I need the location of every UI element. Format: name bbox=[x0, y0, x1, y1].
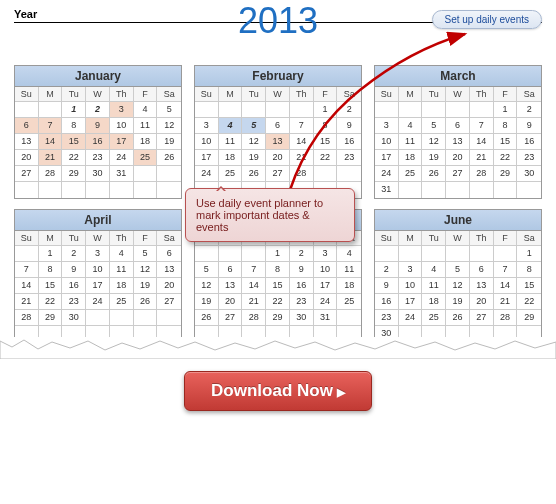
day-cell[interactable]: 23 bbox=[517, 150, 541, 166]
day-cell[interactable]: 15 bbox=[266, 278, 290, 294]
day-cell[interactable]: 13 bbox=[15, 134, 39, 150]
day-cell[interactable]: 6 bbox=[219, 262, 243, 278]
day-cell[interactable]: 8 bbox=[517, 262, 541, 278]
day-cell[interactable]: 1 bbox=[266, 246, 290, 262]
day-cell[interactable]: 4 bbox=[134, 102, 158, 118]
day-cell[interactable]: 5 bbox=[195, 262, 219, 278]
day-cell[interactable]: 8 bbox=[494, 118, 518, 134]
day-cell[interactable]: 8 bbox=[314, 118, 338, 134]
day-cell[interactable]: 15 bbox=[517, 278, 541, 294]
day-cell[interactable]: 3 bbox=[399, 262, 423, 278]
day-cell[interactable]: 15 bbox=[39, 278, 63, 294]
day-cell[interactable]: 19 bbox=[242, 150, 266, 166]
setup-daily-events-button[interactable]: Set up daily events bbox=[432, 10, 543, 29]
day-cell[interactable]: 29 bbox=[266, 310, 290, 326]
day-cell[interactable]: 15 bbox=[62, 134, 86, 150]
day-cell[interactable]: 26 bbox=[422, 166, 446, 182]
day-cell[interactable]: 1 bbox=[39, 246, 63, 262]
day-cell[interactable]: 25 bbox=[134, 150, 158, 166]
day-cell[interactable]: 14 bbox=[15, 278, 39, 294]
day-cell[interactable]: 7 bbox=[494, 262, 518, 278]
day-cell[interactable]: 17 bbox=[399, 294, 423, 310]
day-cell[interactable]: 29 bbox=[62, 166, 86, 182]
day-cell[interactable]: 27 bbox=[157, 294, 181, 310]
day-cell[interactable]: 1 bbox=[494, 102, 518, 118]
day-cell[interactable]: 22 bbox=[494, 150, 518, 166]
day-cell[interactable]: 22 bbox=[62, 150, 86, 166]
day-cell[interactable]: 3 bbox=[195, 118, 219, 134]
day-cell[interactable]: 28 bbox=[470, 166, 494, 182]
day-cell[interactable]: 17 bbox=[86, 278, 110, 294]
day-cell[interactable]: 13 bbox=[266, 134, 290, 150]
day-cell[interactable]: 18 bbox=[134, 134, 158, 150]
day-cell[interactable]: 13 bbox=[446, 134, 470, 150]
day-cell[interactable]: 23 bbox=[86, 150, 110, 166]
day-cell[interactable]: 21 bbox=[494, 294, 518, 310]
day-cell[interactable]: 12 bbox=[446, 278, 470, 294]
day-cell[interactable]: 7 bbox=[470, 118, 494, 134]
day-cell[interactable]: 12 bbox=[422, 134, 446, 150]
day-cell[interactable]: 26 bbox=[446, 310, 470, 326]
day-cell[interactable]: 20 bbox=[15, 150, 39, 166]
day-cell[interactable]: 7 bbox=[290, 118, 314, 134]
day-cell[interactable]: 6 bbox=[470, 262, 494, 278]
day-cell[interactable]: 20 bbox=[470, 294, 494, 310]
day-cell[interactable]: 20 bbox=[157, 278, 181, 294]
day-cell[interactable]: 6 bbox=[157, 246, 181, 262]
day-cell[interactable]: 24 bbox=[195, 166, 219, 182]
day-cell[interactable]: 12 bbox=[157, 118, 181, 134]
day-cell[interactable]: 11 bbox=[399, 134, 423, 150]
day-cell[interactable]: 16 bbox=[86, 134, 110, 150]
day-cell[interactable]: 28 bbox=[39, 166, 63, 182]
day-cell[interactable]: 28 bbox=[242, 310, 266, 326]
day-cell[interactable]: 25 bbox=[337, 294, 361, 310]
day-cell[interactable]: 8 bbox=[62, 118, 86, 134]
day-cell[interactable]: 1 bbox=[314, 102, 338, 118]
day-cell[interactable]: 18 bbox=[422, 294, 446, 310]
day-cell[interactable]: 5 bbox=[242, 118, 266, 134]
day-cell[interactable]: 13 bbox=[219, 278, 243, 294]
day-cell[interactable]: 11 bbox=[134, 118, 158, 134]
day-cell[interactable]: 14 bbox=[39, 134, 63, 150]
day-cell[interactable]: 24 bbox=[86, 294, 110, 310]
day-cell[interactable]: 29 bbox=[494, 166, 518, 182]
day-cell[interactable]: 28 bbox=[290, 166, 314, 182]
day-cell[interactable]: 10 bbox=[314, 262, 338, 278]
day-cell[interactable]: 24 bbox=[375, 166, 399, 182]
day-cell[interactable]: 25 bbox=[110, 294, 134, 310]
day-cell[interactable]: 11 bbox=[219, 134, 243, 150]
day-cell[interactable]: 18 bbox=[219, 150, 243, 166]
day-cell[interactable]: 8 bbox=[39, 262, 63, 278]
download-button[interactable]: Download Now▶ bbox=[184, 371, 372, 411]
day-cell[interactable]: 16 bbox=[337, 134, 361, 150]
day-cell[interactable]: 17 bbox=[314, 278, 338, 294]
day-cell[interactable]: 10 bbox=[86, 262, 110, 278]
day-cell[interactable]: 29 bbox=[39, 310, 63, 326]
day-cell[interactable]: 26 bbox=[134, 294, 158, 310]
day-cell[interactable]: 17 bbox=[195, 150, 219, 166]
day-cell[interactable]: 21 bbox=[39, 150, 63, 166]
day-cell[interactable]: 26 bbox=[195, 310, 219, 326]
day-cell[interactable]: 10 bbox=[110, 118, 134, 134]
day-cell[interactable]: 11 bbox=[422, 278, 446, 294]
day-cell[interactable]: 3 bbox=[86, 246, 110, 262]
day-cell[interactable]: 8 bbox=[266, 262, 290, 278]
day-cell[interactable]: 27 bbox=[219, 310, 243, 326]
day-cell[interactable]: 1 bbox=[517, 246, 541, 262]
day-cell[interactable]: 13 bbox=[157, 262, 181, 278]
day-cell[interactable]: 2 bbox=[86, 102, 110, 118]
day-cell[interactable]: 24 bbox=[314, 294, 338, 310]
day-cell[interactable]: 5 bbox=[134, 246, 158, 262]
day-cell[interactable]: 24 bbox=[110, 150, 134, 166]
day-cell[interactable]: 30 bbox=[517, 166, 541, 182]
day-cell[interactable]: 26 bbox=[157, 150, 181, 166]
day-cell[interactable]: 23 bbox=[337, 150, 361, 166]
day-cell[interactable]: 9 bbox=[290, 262, 314, 278]
day-cell[interactable]: 7 bbox=[242, 262, 266, 278]
day-cell[interactable]: 22 bbox=[266, 294, 290, 310]
day-cell[interactable]: 29 bbox=[517, 310, 541, 326]
day-cell[interactable]: 19 bbox=[422, 150, 446, 166]
day-cell[interactable]: 9 bbox=[86, 118, 110, 134]
day-cell[interactable]: 27 bbox=[470, 310, 494, 326]
day-cell[interactable]: 17 bbox=[375, 150, 399, 166]
